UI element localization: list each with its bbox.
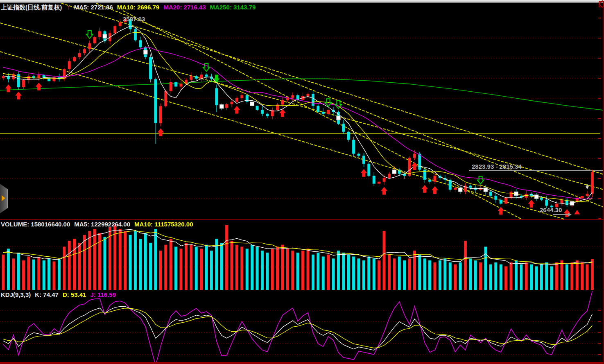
volume-value: VOLUME: 158016640.00 bbox=[1, 221, 70, 228]
kdj-k-value: K: 74.47 bbox=[35, 291, 59, 298]
kdj-name: KDJ(9,3,3) bbox=[1, 291, 31, 298]
trading-app-window: 上证指数(日线.前复权)↑MA5: 2721.86MA10: 2696.79MA… bbox=[0, 0, 604, 364]
price-range-label: 2823.93 - 2815.34 bbox=[472, 163, 522, 170]
top-scrollbar-strip[interactable] bbox=[0, 0, 604, 3]
trend-up-icon: ↑ bbox=[67, 4, 70, 11]
ma250-value: MA250: 3143.79 bbox=[210, 4, 256, 11]
peak-price-label: 3587.03 bbox=[123, 16, 145, 23]
symbol-title: 上证指数(日线.前复权) bbox=[1, 4, 62, 11]
ma5-value: MA5: 2721.86 bbox=[74, 4, 113, 11]
volume-ma5-value: MA5: 122992264.00 bbox=[74, 221, 130, 228]
low-price-label: 2644.30 bbox=[540, 206, 562, 213]
kdj-chart-canvas[interactable] bbox=[0, 290, 604, 362]
price-pane-header: 上证指数(日线.前复权)↑MA5: 2721.86MA10: 2696.79MA… bbox=[1, 4, 260, 11]
expand-arrow-icon bbox=[2, 195, 5, 201]
ma20-value: MA20: 2716.43 bbox=[163, 4, 206, 11]
window-layout-icon[interactable] bbox=[598, 0, 604, 8]
volume-pane-header: VOLUME: 158016640.00MA5: 122992264.00MA1… bbox=[1, 221, 197, 228]
bottom-border-bar bbox=[0, 362, 604, 364]
ma10-value: MA10: 2696.79 bbox=[117, 4, 159, 11]
kdj-j-value: J: 116.59 bbox=[90, 291, 116, 298]
right-axis-line bbox=[601, 3, 601, 362]
kdj-pane-header: KDJ(9,3,3)K: 74.47D: 53.41J: 116.59 bbox=[1, 291, 120, 298]
right-edge-border bbox=[603, 3, 604, 364]
kdj-d-value: D: 53.41 bbox=[63, 291, 86, 298]
volume-chart-canvas[interactable] bbox=[0, 220, 604, 290]
price-chart-canvas[interactable] bbox=[0, 3, 604, 219]
volume-ma10-value: MA10: 111575320.00 bbox=[134, 221, 193, 228]
